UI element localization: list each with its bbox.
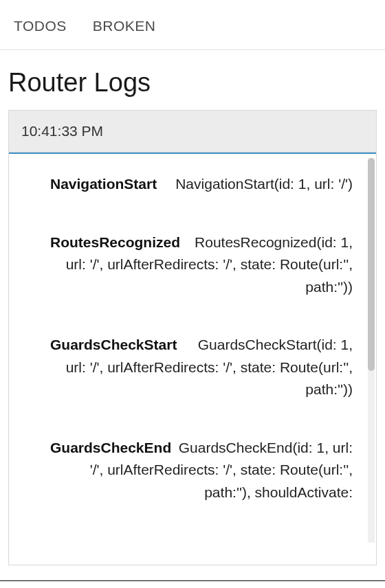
log-entry: NavigationStart NavigationStart(id: 1, u… bbox=[50, 173, 353, 196]
log-event-name: RoutesRecognized bbox=[50, 231, 180, 254]
log-event-detail: NavigationStart(id: 1, url: '/') bbox=[175, 176, 353, 192]
log-event-name: NavigationStart bbox=[50, 173, 157, 196]
log-list: NavigationStart NavigationStart(id: 1, u… bbox=[9, 154, 376, 519]
bottom-divider bbox=[0, 580, 385, 581]
log-card: 10:41:33 PM NavigationStart NavigationSt… bbox=[8, 110, 377, 565]
page-title: Router Logs bbox=[8, 68, 377, 98]
log-scroll-area[interactable]: NavigationStart NavigationStart(id: 1, u… bbox=[9, 152, 376, 565]
top-nav: TODOS BROKEN bbox=[0, 0, 385, 50]
log-entry: RoutesRecognized RoutesRecognized(id: 1,… bbox=[50, 231, 353, 299]
log-timestamp: 10:41:33 PM bbox=[9, 111, 376, 152]
log-entry: GuardsCheckStart GuardsCheckStart(id: 1,… bbox=[50, 334, 353, 401]
log-event-name: GuardsCheckEnd bbox=[50, 437, 171, 460]
scrollbar-thumb[interactable] bbox=[368, 158, 375, 371]
log-event-name: GuardsCheckStart bbox=[50, 334, 177, 357]
nav-item-broken[interactable]: BROKEN bbox=[93, 18, 156, 34]
nav-item-todos[interactable]: TODOS bbox=[14, 18, 67, 34]
log-entry: GuardsCheckEnd GuardsCheckEnd(id: 1, url… bbox=[50, 437, 353, 504]
